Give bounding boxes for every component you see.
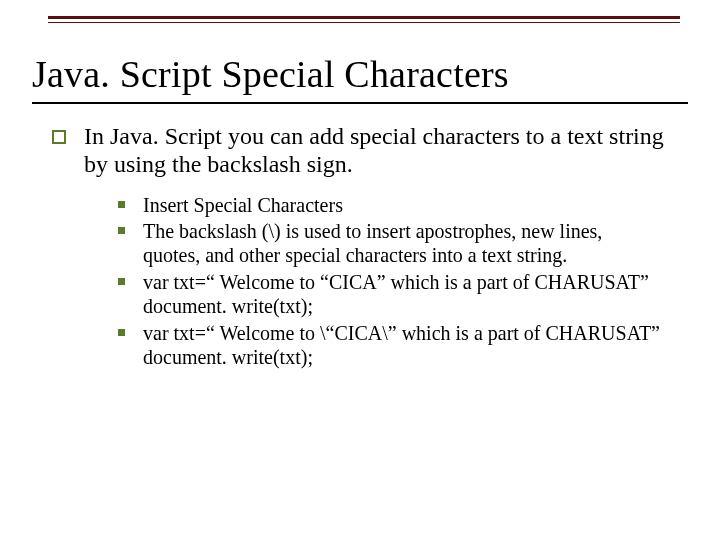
intro-text: In Java. Script you can add special char… — [84, 122, 674, 179]
square-bullet-icon — [118, 201, 125, 208]
list-item: The backslash (\) is used to insert apos… — [118, 219, 662, 268]
slide-title: Java. Script Special Characters — [32, 52, 688, 96]
square-bullet-icon — [118, 278, 125, 285]
list-item: var txt=“ Welcome to \“CICA\” which is a… — [118, 321, 662, 370]
decorative-top-rule — [48, 16, 680, 26]
hollow-square-bullet-icon — [52, 130, 66, 144]
intro-item: In Java. Script you can add special char… — [52, 122, 674, 179]
list-item-text: var txt=“ Welcome to “CICA” which is a p… — [143, 270, 649, 319]
square-bullet-icon — [118, 329, 125, 336]
list-item: var txt=“ Welcome to “CICA” which is a p… — [118, 270, 662, 319]
list-item-text: var txt=“ Welcome to \“CICA\” which is a… — [143, 321, 660, 370]
slide: Java. Script Special Characters In Java.… — [0, 0, 720, 540]
title-underline — [32, 102, 688, 104]
list-item: Insert Special Characters — [118, 193, 662, 217]
square-bullet-icon — [118, 227, 125, 234]
sub-bullet-list: Insert Special Characters The backslash … — [118, 193, 662, 370]
list-item-text: The backslash (\) is used to insert apos… — [143, 219, 662, 268]
list-item-text: Insert Special Characters — [143, 193, 343, 217]
